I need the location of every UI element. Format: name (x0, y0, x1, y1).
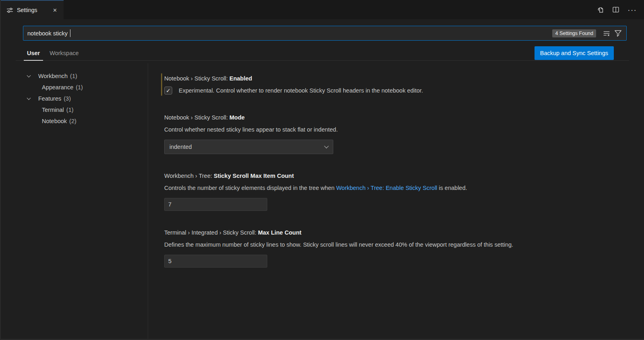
modified-indicator (161, 73, 162, 96)
setting-terminal-sticky-scroll-max-line-count: Terminal › Integrated › Sticky Scroll: M… (164, 229, 616, 268)
toc-item-count: (3) (64, 95, 71, 102)
backup-and-sync-settings-button[interactable]: Backup and Sync Settings (535, 46, 614, 60)
split-editor-icon[interactable] (612, 6, 619, 13)
settings-search-input[interactable]: notebook sticky 4 Settings Found (23, 26, 627, 41)
boolean-control-row: ✓ Experimental. Control whether to rende… (164, 87, 616, 95)
results-count-badge: 4 Settings Found (552, 29, 596, 37)
settings-content: Workbench (1) Appearance (1) Features (3… (1, 63, 644, 339)
setting-tree-sticky-scroll-max-item-count: Workbench › Tree: Sticky Scroll Max Item… (164, 172, 616, 211)
toc-item-notebook[interactable]: Notebook (2) (1, 115, 148, 127)
mode-select-dropdown[interactable]: indented (164, 140, 333, 154)
checkbox-checked[interactable]: ✓ (164, 87, 172, 95)
toc-item-terminal[interactable]: Terminal (1) (1, 104, 148, 115)
text-caret (70, 29, 71, 37)
setting-title: Notebook › Sticky Scroll: Enabled (164, 74, 616, 82)
toc-item-label: Features (38, 95, 61, 102)
scope-tabs: User Workspace (26, 45, 80, 61)
settings-sliders-icon (6, 7, 13, 14)
settings-toc-tree: Workbench (1) Appearance (1) Features (3… (1, 63, 148, 339)
setting-notebook-sticky-scroll-enabled: Notebook › Sticky Scroll: Enabled ✓ Expe… (164, 74, 616, 95)
max-item-count-input[interactable] (164, 198, 267, 211)
toc-item-count: (1) (76, 84, 83, 91)
max-line-count-input[interactable] (164, 255, 267, 268)
toc-item-count: (1) (70, 73, 77, 79)
chevron-down-icon[interactable] (27, 98, 38, 99)
toc-item-features[interactable]: Features (3) (1, 93, 148, 104)
tab-close-icon[interactable]: ✕ (51, 6, 59, 14)
toc-item-count: (2) (69, 118, 76, 124)
filter-icon[interactable] (613, 28, 623, 38)
scope-row: User Workspace Backup and Sync Settings (26, 45, 614, 61)
settings-list: Notebook › Sticky Scroll: Enabled ✓ Expe… (148, 63, 644, 339)
check-icon: ✓ (166, 88, 171, 93)
tab-workspace[interactable]: Workspace (49, 45, 79, 61)
setting-notebook-sticky-scroll-mode: Notebook › Sticky Scroll: Mode Control w… (164, 113, 616, 154)
toc-item-count: (1) (66, 107, 74, 113)
setting-description: Control whether nested sticky lines appe… (164, 126, 616, 134)
clear-search-icon[interactable] (602, 29, 611, 38)
toc-item-label: Workbench (38, 73, 68, 79)
toc-item-label: Terminal (42, 107, 64, 113)
tab-user[interactable]: User (26, 45, 41, 61)
setting-title: Notebook › Sticky Scroll: Mode (164, 113, 616, 122)
toc-item-appearance[interactable]: Appearance (1) (1, 82, 148, 93)
editor-tab-strip: Settings ✕ ··· (1, 0, 644, 19)
related-setting-link[interactable]: Workbench › Tree: Enable Sticky Scroll (336, 185, 437, 191)
select-value: indented (169, 144, 325, 150)
toc-item-label: Appearance (42, 84, 73, 91)
search-query-text: notebook sticky (27, 30, 68, 37)
more-actions-icon[interactable]: ··· (627, 8, 637, 12)
tab-settings[interactable]: Settings ✕ (1, 0, 64, 19)
settings-editor-window: Settings ✕ ··· noteboo (1, 0, 644, 339)
scope-tabs-divider (16, 60, 629, 61)
setting-description: Controls the number of sticky elements d… (164, 184, 616, 192)
editor-actions: ··· (597, 0, 644, 19)
setting-description: Defines the maximum number of sticky lin… (164, 241, 616, 249)
chevron-down-icon (324, 144, 328, 148)
setting-description: Experimental. Control whether to render … (179, 87, 423, 95)
setting-title: Workbench › Tree: Sticky Scroll Max Item… (164, 172, 616, 180)
chevron-down-icon[interactable] (27, 76, 38, 77)
toc-item-label: Notebook (42, 118, 67, 124)
toc-item-workbench[interactable]: Workbench (1) (1, 70, 148, 82)
search-row: notebook sticky 4 Settings Found (1, 19, 644, 41)
open-settings-json-icon[interactable] (597, 6, 604, 14)
tab-title: Settings (17, 7, 47, 13)
setting-title: Terminal › Integrated › Sticky Scroll: M… (164, 229, 616, 237)
